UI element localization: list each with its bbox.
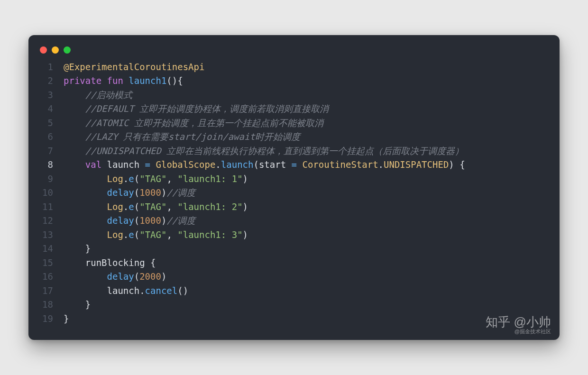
line-number: 14 [37,242,55,256]
line-content: //DEFAULT 立即开始调度协程体，调度前若取消则直接取消 [55,102,329,116]
minimize-icon[interactable] [52,46,59,54]
code-line: 11 Log.e("TAG", "launch1: 2") [37,200,546,214]
code-line: 9 Log.e("TAG", "launch1: 1") [37,172,546,186]
code-line: 7 //UNDISPATCHED 立即在当前线程执行协程体，直到遇到第一个挂起点… [37,144,546,158]
line-content: private fun launch1(){ [55,74,183,88]
line-number: 9 [37,172,55,186]
line-content: Log.e("TAG", "launch1: 3") [55,228,248,242]
code-line: 16 delay(2000) [37,270,546,284]
line-number: 17 [37,284,55,298]
line-number: 16 [37,270,55,284]
code-line: 6 //LAZY 只有在需要start/join/await时开始调度 [37,130,546,144]
code-line: 12 delay(1000)//调度 [37,214,546,228]
line-number: 1 [37,60,55,74]
line-content: launch.cancel() [55,284,188,298]
code-line: 3 //启动模式 [37,88,546,102]
line-content: //ATOMIC 立即开始调度，且在第一个挂起点前不能被取消 [55,116,323,130]
code-line: 19} [37,312,546,326]
line-content: //启动模式 [55,88,132,102]
line-number: 6 [37,130,55,144]
code-line: 2private fun launch1(){ [37,74,546,88]
line-content: Log.e("TAG", "launch1: 1") [55,172,248,186]
line-content: } [55,298,91,312]
line-content: } [55,312,69,326]
line-number: 11 [37,200,55,214]
line-number: 2 [37,74,55,88]
code-line: 4 //DEFAULT 立即开始调度协程体，调度前若取消则直接取消 [37,102,546,116]
line-number: 7 [37,144,55,158]
line-number: 4 [37,102,55,116]
code-line: 1@ExperimentalCoroutinesApi [37,60,546,74]
code-block: 1@ExperimentalCoroutinesApi2private fun … [37,60,546,326]
line-content: delay(1000)//调度 [55,186,195,200]
code-line: 5 //ATOMIC 立即开始调度，且在第一个挂起点前不能被取消 [37,116,546,130]
code-line: 13 Log.e("TAG", "launch1: 3") [37,228,546,242]
line-content: //UNDISPATCHED 立即在当前线程执行协程体，直到遇到第一个挂起点（后… [55,144,464,158]
close-icon[interactable] [40,46,47,54]
code-line: 14 } [37,242,546,256]
line-content: Log.e("TAG", "launch1: 2") [55,200,248,214]
code-line: 18 } [37,298,546,312]
code-line: 15 runBlocking { [37,256,546,270]
line-content: delay(1000)//调度 [55,214,195,228]
line-number: 19 [37,312,55,326]
line-number: 12 [37,214,55,228]
maximize-icon[interactable] [64,46,71,54]
window-controls [37,44,546,60]
watermark-sub: @掘金技术社区 [486,329,551,334]
line-content: runBlocking { [55,256,156,270]
line-content: } [55,242,91,256]
code-line: 8 val launch = GlobalScope.launch(start … [37,158,546,172]
line-number: 10 [37,186,55,200]
line-content: val launch = GlobalScope.launch(start = … [55,158,465,172]
code-line: 10 delay(1000)//调度 [37,186,546,200]
line-content: //LAZY 只有在需要start/join/await时开始调度 [55,130,300,144]
line-number: 3 [37,88,55,102]
code-window: 1@ExperimentalCoroutinesApi2private fun … [28,35,560,340]
line-number: 18 [37,298,55,312]
line-content: @ExperimentalCoroutinesApi [55,60,204,74]
line-content: delay(2000) [55,270,166,284]
code-line: 17 launch.cancel() [37,284,546,298]
line-number: 15 [37,256,55,270]
line-number: 8 [37,158,55,172]
line-number: 5 [37,116,55,130]
line-number: 13 [37,228,55,242]
